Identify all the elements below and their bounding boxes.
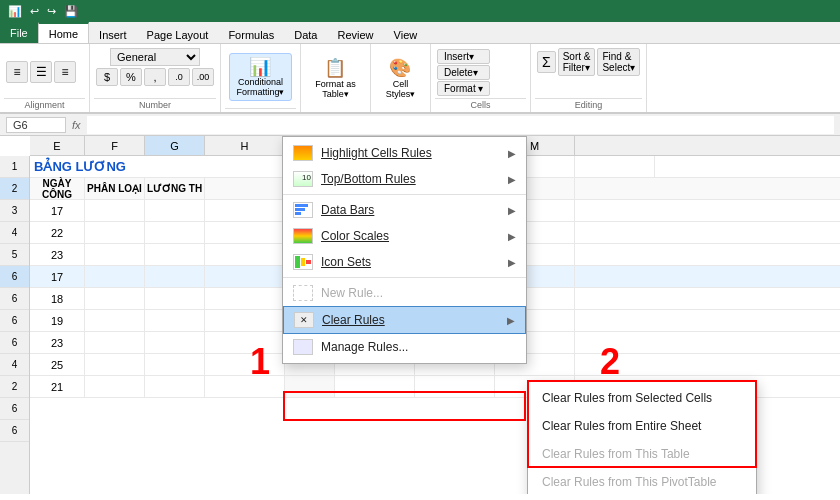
row-num-3[interactable]: 3	[0, 200, 29, 222]
cell-g11[interactable]	[145, 376, 205, 397]
cell-e11[interactable]: 21	[30, 376, 85, 397]
tab-pagelayout[interactable]: Page Layout	[137, 27, 219, 43]
cell-f11[interactable]	[85, 376, 145, 397]
find-select-button[interactable]: Find &Select▾	[597, 48, 640, 76]
col-header-k[interactable]: K	[335, 136, 415, 155]
ribbon-group-alignment: ≡ ☰ ≡ Alignment	[0, 44, 90, 112]
cell-g3[interactable]	[145, 200, 205, 221]
cell-title[interactable]: BẢNG LƯƠNG	[30, 156, 285, 177]
number-label: Number	[94, 98, 216, 110]
number-format-select[interactable]: General	[110, 48, 200, 66]
row-num-13[interactable]: 6	[0, 420, 29, 442]
tab-view[interactable]: View	[384, 27, 428, 43]
cell-e7[interactable]: 18	[30, 288, 85, 309]
cell-f8[interactable]	[85, 310, 145, 331]
grid-row-10: 25	[30, 354, 840, 376]
cell-e10[interactable]: 25	[30, 354, 85, 375]
row-num-12[interactable]: 6	[0, 398, 29, 420]
ribbon-group-number: General $ % , .0 .00 Number	[90, 44, 221, 112]
cells-label: Cells	[435, 98, 526, 110]
cell-g10[interactable]	[145, 354, 205, 375]
grid-row-headers: NGÀY CÔNG PHÂN LOẠI LƯƠNG TH	[30, 178, 840, 200]
cell-g4[interactable]	[145, 222, 205, 243]
col-header-m[interactable]: M	[495, 136, 575, 155]
col-header-f[interactable]: F	[85, 136, 145, 155]
col-header-g[interactable]: G	[145, 136, 205, 155]
align-center-icon[interactable]: ☰	[30, 61, 52, 83]
cell-e3[interactable]: 17	[30, 200, 85, 221]
cell-f7[interactable]	[85, 288, 145, 309]
cell-g9[interactable]	[145, 332, 205, 353]
format-button[interactable]: Format▾	[437, 81, 490, 96]
ribbon-group-cells: Insert▾ Delete▾ Format▾ Cells	[431, 44, 531, 112]
cell-styles-button[interactable]: 🎨 CellStyles▾	[386, 57, 416, 99]
col-header-e[interactable]: E	[30, 136, 85, 155]
tab-home[interactable]: Home	[38, 22, 89, 43]
cell-g8[interactable]	[145, 310, 205, 331]
grid-row-3: 17	[30, 200, 840, 222]
cell-g7[interactable]	[145, 288, 205, 309]
delete-button[interactable]: Delete▾	[437, 65, 490, 80]
cf-group-label	[225, 108, 296, 110]
grid-row-11: 21	[30, 376, 840, 398]
grid-row-title: BẢNG LƯƠNG	[30, 156, 840, 178]
row-num-9[interactable]: 6	[0, 332, 29, 354]
row-num-1[interactable]: 1	[0, 156, 29, 178]
conditional-formatting-button[interactable]: 📊 ConditionalFormatting▾	[229, 53, 291, 101]
decrease-decimal-icon[interactable]: .00	[192, 68, 214, 86]
row-num-7[interactable]: 6	[0, 288, 29, 310]
format-as-table-button[interactable]: 📋 Format asTable▾	[315, 57, 356, 99]
row-num-4[interactable]: 4	[0, 222, 29, 244]
tab-formulas[interactable]: Formulas	[218, 27, 284, 43]
align-right-icon[interactable]: ≡	[54, 61, 76, 83]
comma-icon[interactable]: ,	[144, 68, 166, 86]
tab-insert[interactable]: Insert	[89, 27, 137, 43]
currency-icon[interactable]: $	[96, 68, 118, 86]
cell-f9[interactable]	[85, 332, 145, 353]
tab-review[interactable]: Review	[327, 27, 383, 43]
col-header-h[interactable]: H	[205, 136, 285, 155]
align-left-icon[interactable]: ≡	[6, 61, 28, 83]
sort-filter-button[interactable]: Sort &Filter▾	[558, 48, 596, 76]
cell-e9[interactable]: 23	[30, 332, 85, 353]
cell-e4[interactable]: 22	[30, 222, 85, 243]
cell-e5[interactable]: 23	[30, 244, 85, 265]
row-num-11[interactable]: 2	[0, 376, 29, 398]
tab-data[interactable]: Data	[284, 27, 327, 43]
cell-phantoai[interactable]: PHÂN LOẠI	[85, 178, 145, 199]
row-num-5[interactable]: 5	[0, 244, 29, 266]
formula-bar: G6 fx	[0, 114, 840, 136]
cell-g5[interactable]	[145, 244, 205, 265]
cell-f6[interactable]	[85, 266, 145, 287]
cell-e8[interactable]: 19	[30, 310, 85, 331]
row-num-2[interactable]: 2	[0, 178, 29, 200]
grid-row-6: 17	[30, 266, 840, 288]
cell-f4[interactable]	[85, 222, 145, 243]
row-num-8[interactable]: 6	[0, 310, 29, 332]
cell-f5[interactable]	[85, 244, 145, 265]
row-num-6[interactable]: 6	[0, 266, 29, 288]
row-num-10[interactable]: 4	[0, 354, 29, 376]
alignment-label: Alignment	[4, 98, 85, 110]
grid-row-5: 23	[30, 244, 840, 266]
increase-decimal-icon[interactable]: .0	[168, 68, 190, 86]
col-header-l[interactable]: L	[415, 136, 495, 155]
editing-label: Editing	[535, 98, 642, 110]
cell-g6[interactable]	[145, 266, 205, 287]
fx-label: fx	[72, 119, 81, 131]
ribbon-group-cf: 📊 ConditionalFormatting▾	[221, 44, 301, 112]
formula-input[interactable]	[87, 116, 834, 134]
ribbon-group-editing: Σ Sort &Filter▾ Find &Select▾ Editing	[531, 44, 647, 112]
percent-icon[interactable]: %	[120, 68, 142, 86]
tab-file[interactable]: File	[0, 22, 38, 43]
grid-row-7: 18	[30, 288, 840, 310]
cell-ref-box[interactable]: G6	[6, 117, 66, 133]
cell-luongth[interactable]: LƯƠNG TH	[145, 178, 205, 199]
sum-button[interactable]: Σ	[537, 51, 556, 73]
col-header-gap	[285, 136, 335, 155]
cell-ngaycong[interactable]: NGÀY CÔNG	[30, 178, 85, 199]
cell-f10[interactable]	[85, 354, 145, 375]
cell-f3[interactable]	[85, 200, 145, 221]
insert-button[interactable]: Insert▾	[437, 49, 490, 64]
cell-e6[interactable]: 17	[30, 266, 85, 287]
